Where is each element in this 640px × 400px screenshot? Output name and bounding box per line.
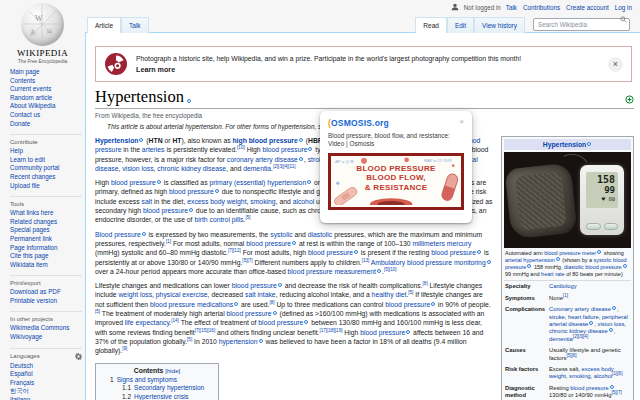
inline-link[interactable]: Hypertension: [95, 137, 138, 144]
search-icon[interactable]: [620, 16, 627, 23]
osmosis-term-icon[interactable]: [487, 260, 491, 264]
banner-close-button[interactable]: ×: [608, 57, 623, 72]
inline-link[interactable]: blood pressure: [258, 319, 303, 326]
osmosis-term-icon[interactable]: [623, 264, 627, 268]
infobox-title-text[interactable]: Hypertension: [543, 141, 586, 148]
osmosis-term-icon[interactable]: [299, 157, 303, 161]
personal-link[interactable]: Talk: [506, 4, 517, 11]
sidebar-item[interactable]: Related changes: [10, 218, 82, 227]
osmosis-logo[interactable]: (OSMOSIS.org: [328, 118, 389, 128]
inline-link[interactable]: heart failure: [568, 314, 599, 320]
reference-link[interactable]: [9]: [122, 346, 127, 351]
sidebar-item[interactable]: Community portal: [10, 164, 82, 173]
sidebar-item[interactable]: Learn to edit: [10, 156, 82, 165]
inline-link[interactable]: blood pressure medications: [150, 301, 233, 308]
video-thumbnail[interactable]: ΔP = Q·R MAP = CO·SVR BLOOD PRESSURE BLO…: [328, 153, 464, 210]
sidebar-item[interactable]: Cite this page: [10, 252, 82, 261]
inline-link[interactable]: millimeters mercury: [412, 240, 471, 247]
page-tab[interactable]: Article: [87, 17, 121, 33]
osmosis-term-icon[interactable]: [304, 320, 308, 324]
inline-link[interactable]: stroke: [549, 314, 565, 320]
osmosis-term-icon[interactable]: [273, 311, 277, 315]
inline-link[interactable]: Ambulatory blood pressure monitoring: [371, 259, 486, 266]
site-banner[interactable]: Photograph a historic site, help Wikiped…: [95, 46, 632, 82]
inline-link[interactable]: diastolic blood pressure: [564, 264, 622, 270]
inline-link[interactable]: blood pressure: [360, 329, 405, 336]
sidebar-item[interactable]: What links here: [10, 209, 82, 218]
toc-item-link[interactable]: Signs and symptoms: [117, 376, 177, 383]
inline-link[interactable]: blood pressure: [246, 240, 291, 247]
inline-link[interactable]: diastolic: [308, 231, 333, 238]
sidebar-item[interactable]: Recent changes: [10, 173, 82, 182]
reference-link[interactable]: [2][3][4][11]: [273, 164, 296, 169]
inline-link[interactable]: physical exercise: [156, 291, 208, 298]
reference-link[interactable]: [14]: [171, 318, 179, 323]
osmosis-term-icon[interactable]: [299, 138, 303, 142]
sidebar-item[interactable]: Random article: [10, 94, 82, 103]
sidebar-item[interactable]: Contents: [10, 77, 82, 86]
inline-link[interactable]: vision loss: [598, 321, 625, 327]
sidebar-item[interactable]: Printable version: [10, 297, 82, 306]
inline-link[interactable]: alcohol: [293, 198, 315, 205]
inline-link[interactable]: life expectancy: [125, 319, 169, 326]
reference-link[interactable]: [5]: [245, 215, 250, 220]
reference-link[interactable]: [1][6]: [612, 372, 622, 377]
view-tab[interactable]: Read: [415, 17, 447, 33]
reference-link[interactable]: [5][10]: [384, 267, 397, 272]
personal-link[interactable]: Create account: [566, 4, 609, 11]
inline-link[interactable]: excess body weight: [187, 198, 246, 205]
sidebar-item[interactable]: Wikidata item: [10, 261, 82, 270]
reference-link[interactable]: [1]: [563, 293, 568, 298]
sidebar-item[interactable]: Current events: [10, 85, 82, 94]
reference-link[interactable]: [17][18][19]: [319, 327, 342, 332]
osmosis-term-icon[interactable]: [609, 328, 613, 332]
inline-link[interactable]: birth control pills: [194, 216, 243, 223]
gear-icon[interactable]: [75, 353, 82, 360]
osmosis-term-icon[interactable]: [189, 208, 193, 212]
sidebar-item[interactable]: Italiano: [10, 396, 82, 400]
sidebar-item[interactable]: Page information: [10, 244, 82, 253]
inline-link[interactable]: blood pressure: [431, 249, 476, 256]
reference-link[interactable]: [5][7]: [242, 257, 252, 262]
sidebar-item[interactable]: Main page: [10, 68, 82, 77]
sidebar-item[interactable]: About Wikipedia: [10, 102, 82, 111]
reference-link[interactable]: [7][15][16]: [195, 327, 215, 332]
inline-link[interactable]: arterial hypertension: [505, 257, 555, 263]
inline-link[interactable]: vision loss: [122, 165, 153, 172]
inline-link[interactable]: blood pressure: [263, 146, 308, 153]
sidebar-item[interactable]: Français: [10, 379, 82, 388]
sidebar-item[interactable]: Permanent link: [10, 235, 82, 244]
inline-link[interactable]: chronic kidney disease: [157, 165, 226, 172]
osmosis-term-icon[interactable]: [354, 250, 358, 254]
osmosis-term-icon[interactable]: [377, 269, 381, 273]
reference-link[interactable]: [5][7]: [612, 390, 622, 395]
osmosis-term-icon[interactable]: [477, 250, 481, 254]
inline-link[interactable]: blood pressure: [308, 249, 353, 256]
inline-link[interactable]: blood pressure meter: [544, 250, 596, 256]
osmosis-term-icon[interactable]: [157, 180, 161, 184]
osmosis-term-icon[interactable]: [142, 232, 146, 236]
sidebar-item[interactable]: Special pages: [10, 226, 82, 235]
sidebar-item[interactable]: Wikimedia Commons: [10, 324, 82, 333]
sidebar-item[interactable]: Deutsch: [10, 362, 82, 371]
inline-link[interactable]: alcohol: [594, 373, 612, 379]
inline-link[interactable]: blood pressure measurement: [288, 268, 376, 275]
inline-link[interactable]: blood pressure: [570, 385, 608, 391]
osmosis-term-icon[interactable]: [278, 283, 282, 287]
osmosis-term-icon[interactable]: [610, 385, 614, 389]
reference-link[interactable]: [10]: [237, 145, 245, 150]
osmosis-term-icon[interactable]: [589, 321, 593, 325]
inline-link[interactable]: arteries: [142, 146, 165, 153]
view-tab[interactable]: Edit: [447, 17, 474, 33]
sidebar-item[interactable]: 한국어: [10, 387, 82, 396]
sidebar-item[interactable]: Español: [10, 370, 82, 379]
inline-link[interactable]: hypertension: [219, 338, 258, 345]
inline-link[interactable]: primary (essential) hypertension: [209, 179, 306, 186]
search-input[interactable]: [533, 18, 630, 31]
toc-item-link[interactable]: Hypertensive crisis: [134, 393, 189, 400]
reference-link[interactable]: [5][6]: [566, 353, 576, 358]
osmosis-term-icon[interactable]: [292, 241, 296, 245]
sidebar-item[interactable]: Help: [10, 147, 82, 156]
inline-link[interactable]: high blood pressure: [232, 137, 297, 144]
sidebar-item[interactable]: Upload file: [10, 182, 82, 191]
